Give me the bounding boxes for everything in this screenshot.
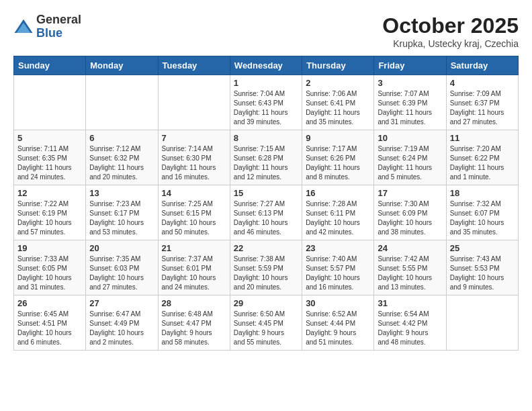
logo-text: General Blue xyxy=(36,13,81,40)
title-block: October 2025 Krupka, Ustecky kraj, Czech… xyxy=(382,13,519,49)
week-row-3: 19Sunrise: 7:33 AM Sunset: 6:05 PM Dayli… xyxy=(14,240,519,295)
day-number: 20 xyxy=(89,243,154,253)
day-number: 27 xyxy=(89,298,154,308)
day-number: 26 xyxy=(17,298,82,308)
day-number: 30 xyxy=(306,298,370,308)
day-content: Sunrise: 7:22 AM Sunset: 6:19 PM Dayligh… xyxy=(17,199,82,237)
calendar-cell: 31Sunrise: 6:54 AM Sunset: 4:42 PM Dayli… xyxy=(374,295,446,351)
day-content: Sunrise: 7:14 AM Sunset: 6:30 PM Dayligh… xyxy=(162,144,226,182)
day-content: Sunrise: 7:15 AM Sunset: 6:28 PM Dayligh… xyxy=(234,144,298,182)
day-number: 1 xyxy=(234,78,298,88)
logo-icon xyxy=(13,17,34,37)
calendar-cell: 8Sunrise: 7:15 AM Sunset: 6:28 PM Daylig… xyxy=(230,130,302,185)
logo-general: General xyxy=(36,13,81,27)
month-title: October 2025 xyxy=(382,13,519,38)
page-header: General Blue October 2025 Krupka, Usteck… xyxy=(13,13,519,49)
day-content: Sunrise: 7:35 AM Sunset: 6:03 PM Dayligh… xyxy=(89,255,154,292)
day-content: Sunrise: 7:12 AM Sunset: 6:32 PM Dayligh… xyxy=(89,144,154,182)
calendar-cell: 4Sunrise: 7:09 AM Sunset: 6:37 PM Daylig… xyxy=(446,75,518,130)
day-number: 12 xyxy=(17,188,82,198)
calendar-cell: 1Sunrise: 7:04 AM Sunset: 6:43 PM Daylig… xyxy=(230,75,302,130)
day-number: 28 xyxy=(162,298,226,308)
day-number: 6 xyxy=(89,133,154,143)
calendar-cell: 17Sunrise: 7:30 AM Sunset: 6:09 PM Dayli… xyxy=(374,185,446,240)
calendar-cell: 3Sunrise: 7:07 AM Sunset: 6:39 PM Daylig… xyxy=(374,75,446,130)
calendar-cell: 6Sunrise: 7:12 AM Sunset: 6:32 PM Daylig… xyxy=(86,130,158,185)
calendar-cell: 7Sunrise: 7:14 AM Sunset: 6:30 PM Daylig… xyxy=(158,130,230,185)
day-content: Sunrise: 7:17 AM Sunset: 6:26 PM Dayligh… xyxy=(306,144,370,182)
calendar-cell: 13Sunrise: 7:23 AM Sunset: 6:17 PM Dayli… xyxy=(86,185,158,240)
calendar-cell: 11Sunrise: 7:20 AM Sunset: 6:22 PM Dayli… xyxy=(446,130,518,185)
day-number: 4 xyxy=(450,78,515,88)
day-content: Sunrise: 7:30 AM Sunset: 6:09 PM Dayligh… xyxy=(378,199,442,237)
weekday-header-friday: Friday xyxy=(374,56,446,75)
calendar-cell: 23Sunrise: 7:40 AM Sunset: 5:57 PM Dayli… xyxy=(302,240,374,295)
day-number: 13 xyxy=(89,188,154,198)
calendar-table: SundayMondayTuesdayWednesdayThursdayFrid… xyxy=(13,56,519,351)
day-number: 19 xyxy=(17,243,82,253)
weekday-header-thursday: Thursday xyxy=(302,56,374,75)
day-content: Sunrise: 7:33 AM Sunset: 6:05 PM Dayligh… xyxy=(17,255,82,292)
calendar-cell: 22Sunrise: 7:38 AM Sunset: 5:59 PM Dayli… xyxy=(230,240,302,295)
day-number: 29 xyxy=(234,298,298,308)
day-content: Sunrise: 7:27 AM Sunset: 6:13 PM Dayligh… xyxy=(234,199,298,237)
logo: General Blue xyxy=(13,13,81,40)
calendar-cell xyxy=(158,75,230,130)
day-content: Sunrise: 7:28 AM Sunset: 6:11 PM Dayligh… xyxy=(306,199,370,237)
day-number: 16 xyxy=(306,188,370,198)
day-content: Sunrise: 7:19 AM Sunset: 6:24 PM Dayligh… xyxy=(378,144,442,182)
day-number: 25 xyxy=(450,243,515,253)
weekday-header-saturday: Saturday xyxy=(446,56,518,75)
calendar-cell xyxy=(86,75,158,130)
week-row-0: 1Sunrise: 7:04 AM Sunset: 6:43 PM Daylig… xyxy=(14,75,519,130)
day-number: 7 xyxy=(162,133,226,143)
calendar-cell: 29Sunrise: 6:50 AM Sunset: 4:45 PM Dayli… xyxy=(230,295,302,351)
day-content: Sunrise: 7:23 AM Sunset: 6:17 PM Dayligh… xyxy=(89,199,154,237)
day-number: 15 xyxy=(234,188,298,198)
weekday-header-row: SundayMondayTuesdayWednesdayThursdayFrid… xyxy=(14,56,519,75)
calendar-cell: 30Sunrise: 6:52 AM Sunset: 4:44 PM Dayli… xyxy=(302,295,374,351)
day-number: 8 xyxy=(234,133,298,143)
day-number: 14 xyxy=(162,188,226,198)
calendar-cell: 20Sunrise: 7:35 AM Sunset: 6:03 PM Dayli… xyxy=(86,240,158,295)
day-content: Sunrise: 7:04 AM Sunset: 6:43 PM Dayligh… xyxy=(234,89,298,127)
calendar-cell xyxy=(14,75,86,130)
calendar-cell: 2Sunrise: 7:06 AM Sunset: 6:41 PM Daylig… xyxy=(302,75,374,130)
day-number: 3 xyxy=(378,78,442,88)
weekday-header-monday: Monday xyxy=(86,56,158,75)
day-content: Sunrise: 7:43 AM Sunset: 5:53 PM Dayligh… xyxy=(450,255,515,292)
calendar-cell: 15Sunrise: 7:27 AM Sunset: 6:13 PM Dayli… xyxy=(230,185,302,240)
day-content: Sunrise: 7:20 AM Sunset: 6:22 PM Dayligh… xyxy=(450,144,515,182)
week-row-1: 5Sunrise: 7:11 AM Sunset: 6:35 PM Daylig… xyxy=(14,130,519,185)
day-content: Sunrise: 6:52 AM Sunset: 4:44 PM Dayligh… xyxy=(306,310,370,347)
day-content: Sunrise: 7:42 AM Sunset: 5:55 PM Dayligh… xyxy=(378,255,442,292)
day-content: Sunrise: 7:07 AM Sunset: 6:39 PM Dayligh… xyxy=(378,89,442,127)
weekday-header-wednesday: Wednesday xyxy=(230,56,302,75)
calendar-cell: 16Sunrise: 7:28 AM Sunset: 6:11 PM Dayli… xyxy=(302,185,374,240)
calendar-cell: 19Sunrise: 7:33 AM Sunset: 6:05 PM Dayli… xyxy=(14,240,86,295)
calendar-cell: 21Sunrise: 7:37 AM Sunset: 6:01 PM Dayli… xyxy=(158,240,230,295)
day-content: Sunrise: 6:50 AM Sunset: 4:45 PM Dayligh… xyxy=(234,310,298,347)
day-number: 11 xyxy=(450,133,515,143)
weekday-header-tuesday: Tuesday xyxy=(158,56,230,75)
week-row-2: 12Sunrise: 7:22 AM Sunset: 6:19 PM Dayli… xyxy=(14,185,519,240)
day-number: 24 xyxy=(378,243,442,253)
day-content: Sunrise: 7:40 AM Sunset: 5:57 PM Dayligh… xyxy=(306,255,370,292)
day-number: 23 xyxy=(306,243,370,253)
calendar-cell: 26Sunrise: 6:45 AM Sunset: 4:51 PM Dayli… xyxy=(14,295,86,351)
calendar-cell: 25Sunrise: 7:43 AM Sunset: 5:53 PM Dayli… xyxy=(446,240,518,295)
week-row-4: 26Sunrise: 6:45 AM Sunset: 4:51 PM Dayli… xyxy=(14,295,519,351)
day-content: Sunrise: 6:48 AM Sunset: 4:47 PM Dayligh… xyxy=(162,310,226,347)
day-content: Sunrise: 7:06 AM Sunset: 6:41 PM Dayligh… xyxy=(306,89,370,127)
day-content: Sunrise: 7:32 AM Sunset: 6:07 PM Dayligh… xyxy=(450,199,515,237)
day-content: Sunrise: 6:45 AM Sunset: 4:51 PM Dayligh… xyxy=(17,310,82,347)
calendar-cell: 14Sunrise: 7:25 AM Sunset: 6:15 PM Dayli… xyxy=(158,185,230,240)
logo-blue: Blue xyxy=(36,27,81,40)
day-content: Sunrise: 6:47 AM Sunset: 4:49 PM Dayligh… xyxy=(89,310,154,347)
day-number: 10 xyxy=(378,133,442,143)
day-content: Sunrise: 7:38 AM Sunset: 5:59 PM Dayligh… xyxy=(234,255,298,292)
calendar-cell: 9Sunrise: 7:17 AM Sunset: 6:26 PM Daylig… xyxy=(302,130,374,185)
location: Krupka, Ustecky kraj, Czechia xyxy=(382,38,519,49)
day-content: Sunrise: 7:25 AM Sunset: 6:15 PM Dayligh… xyxy=(162,199,226,237)
calendar-cell: 18Sunrise: 7:32 AM Sunset: 6:07 PM Dayli… xyxy=(446,185,518,240)
